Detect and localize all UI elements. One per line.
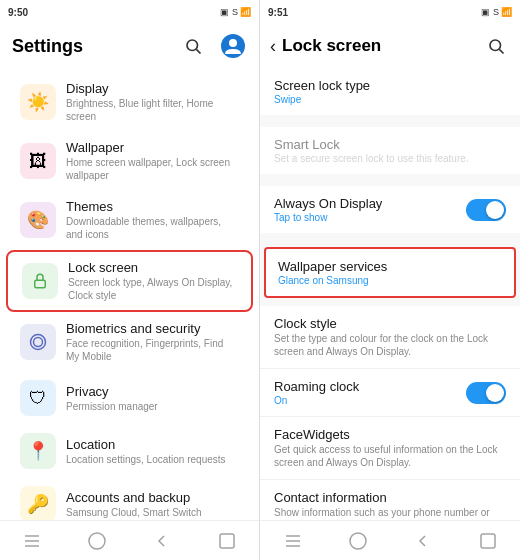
wallpaper-services-value: Glance on Samsung [278, 275, 502, 286]
svg-rect-16 [481, 534, 495, 548]
roaming-clock-title: Roaming clock [274, 379, 466, 394]
roaming-clock-value: On [274, 395, 466, 406]
location-title: Location [66, 437, 239, 452]
settings-list: ☀️ Display Brightness, Blue light filter… [0, 68, 259, 520]
settings-top-bar: Settings [0, 24, 259, 68]
display-subtitle: Brightness, Blue light filter, Home scre… [66, 97, 239, 123]
display-title: Display [66, 81, 239, 96]
smart-lock-title: Smart Lock [274, 137, 506, 152]
section-misc: Clock style Set the type and colour for … [260, 306, 520, 520]
svg-point-10 [490, 40, 501, 51]
section-wallpaper-services: Wallpaper services Glance on Samsung [264, 247, 516, 298]
settings-item-accounts[interactable]: 🔑 Accounts and backup Samsung Cloud, Sma… [6, 478, 253, 520]
always-on-value: Tap to show [274, 212, 466, 223]
roaming-clock-toggle[interactable] [466, 382, 506, 404]
contact-info-desc: Show information such as your phone numb… [274, 506, 506, 520]
always-on-toggle[interactable] [466, 199, 506, 221]
privacy-icon: 🛡 [20, 380, 56, 416]
time-right: 9:51 [268, 7, 288, 18]
bottom-nav-right [260, 520, 520, 560]
top-bar-icons [179, 32, 247, 60]
lock-title: Lock screen [68, 260, 237, 275]
settings-item-biometrics[interactable]: Biometrics and security Face recognition… [6, 313, 253, 371]
svg-line-1 [196, 49, 200, 53]
section-always-on: Always On Display Tap to show [260, 186, 520, 233]
svg-point-0 [187, 40, 198, 51]
settings-item-wallpaper[interactable]: 🖼 Wallpaper Home screen wallpaper, Lock … [6, 132, 253, 190]
wallpaper-icon: 🖼 [20, 143, 56, 179]
divider-3 [260, 239, 520, 245]
settings-title: Settings [12, 36, 179, 57]
status-bar-right: 9:51 ▣ S 📶 [260, 0, 520, 24]
lock-screen-title: Lock screen [282, 36, 382, 56]
screen-lock-type-title: Screen lock type [274, 78, 506, 93]
biometrics-title: Biometrics and security [66, 321, 239, 336]
svg-point-3 [229, 39, 237, 47]
svg-line-11 [499, 49, 503, 53]
settings-item-display[interactable]: ☀️ Display Brightness, Blue light filter… [6, 73, 253, 131]
nav-recent-right[interactable] [275, 527, 311, 555]
settings-item-lock-screen[interactable]: Lock screen Screen lock type, Always On … [6, 250, 253, 312]
status-icons-right: ▣ S 📶 [481, 7, 512, 17]
contact-info-item[interactable]: Contact information Show information suc… [260, 480, 520, 520]
svg-rect-9 [220, 534, 234, 548]
facewidgets-title: FaceWidgets [274, 427, 506, 442]
search-icon-right[interactable] [482, 32, 510, 60]
svg-rect-4 [35, 280, 46, 288]
wallpaper-title: Wallpaper [66, 140, 239, 155]
contact-info-title: Contact information [274, 490, 506, 505]
biometrics-icon [20, 324, 56, 360]
lock-icon [22, 263, 58, 299]
privacy-subtitle: Permission manager [66, 400, 239, 413]
always-on-title: Always On Display [274, 196, 466, 211]
wallpaper-services-item[interactable]: Wallpaper services Glance on Samsung [264, 247, 516, 298]
display-icon: ☀️ [20, 84, 56, 120]
themes-icon: 🎨 [20, 202, 56, 238]
search-icon[interactable] [179, 32, 207, 60]
lock-subtitle: Screen lock type, Always On Display, Clo… [68, 276, 237, 302]
left-panel: 9:50 ▣ S 📶 Settings [0, 0, 260, 560]
smart-lock-desc: Set a secure screen lock to use this fea… [274, 153, 506, 164]
nav-back-right[interactable] [405, 527, 441, 555]
wallpaper-subtitle: Home screen wallpaper, Lock screen wallp… [66, 156, 239, 182]
nav-back-left[interactable] [144, 527, 180, 555]
nav-apps-right[interactable] [470, 527, 506, 555]
accounts-icon: 🔑 [20, 486, 56, 520]
settings-item-location[interactable]: 📍 Location Location settings, Location r… [6, 425, 253, 477]
lock-settings-list: Screen lock type Swipe Smart Lock Set a … [260, 68, 520, 520]
location-subtitle: Location settings, Location requests [66, 453, 239, 466]
profile-icon[interactable] [219, 32, 247, 60]
status-bar-left: 9:50 ▣ S 📶 [0, 0, 259, 24]
accounts-subtitle: Samsung Cloud, Smart Switch [66, 506, 239, 519]
facewidgets-desc: Get quick access to useful information o… [274, 443, 506, 469]
nav-home-right[interactable] [340, 527, 376, 555]
settings-item-privacy[interactable]: 🛡 Privacy Permission manager [6, 372, 253, 424]
settings-item-themes[interactable]: 🎨 Themes Downloadable themes, wallpapers… [6, 191, 253, 249]
screen-lock-type-value: Swipe [274, 94, 506, 105]
bottom-nav-left [0, 520, 259, 560]
nav-recent-left[interactable] [14, 527, 50, 555]
smart-lock-item: Smart Lock Set a secure screen lock to u… [260, 127, 520, 174]
wallpaper-services-title: Wallpaper services [278, 259, 502, 274]
time-left: 9:50 [8, 7, 28, 18]
themes-subtitle: Downloadable themes, wallpapers, and ico… [66, 215, 239, 241]
svg-point-8 [89, 533, 105, 549]
section-screen-lock: Screen lock type Swipe [260, 68, 520, 115]
section-smart-lock: Smart Lock Set a secure screen lock to u… [260, 127, 520, 174]
always-on-display-item[interactable]: Always On Display Tap to show [260, 186, 520, 233]
svg-point-15 [350, 533, 366, 549]
lock-screen-top-bar: ‹ Lock screen [260, 24, 520, 68]
right-panel: 9:51 ▣ S 📶 ‹ Lock screen Screen lock typ… [260, 0, 520, 560]
nav-apps-left[interactable] [209, 527, 245, 555]
clock-style-title: Clock style [274, 316, 506, 331]
clock-style-item[interactable]: Clock style Set the type and colour for … [260, 306, 520, 369]
back-icon[interactable]: ‹ [270, 36, 276, 57]
location-icon: 📍 [20, 433, 56, 469]
nav-home-left[interactable] [79, 527, 115, 555]
clock-style-desc: Set the type and colour for the clock on… [274, 332, 506, 358]
roaming-clock-item[interactable]: Roaming clock On [260, 369, 520, 417]
themes-title: Themes [66, 199, 239, 214]
screen-lock-type-item[interactable]: Screen lock type Swipe [260, 68, 520, 115]
accounts-title: Accounts and backup [66, 490, 239, 505]
facewidgets-item[interactable]: FaceWidgets Get quick access to useful i… [260, 417, 520, 480]
